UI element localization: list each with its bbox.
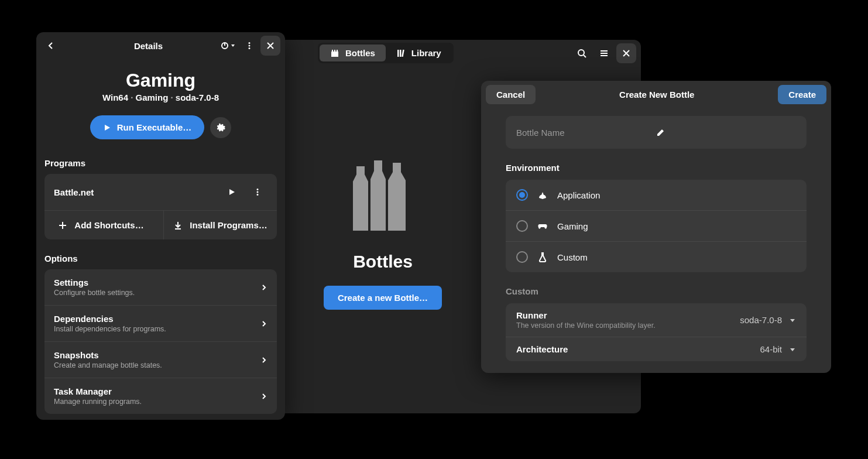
svg-point-12	[249, 42, 251, 44]
cancel-button[interactable]: Cancel	[486, 85, 536, 104]
bottle-details-window: Details Gaming Win64 · Gaming · soda-7.0…	[36, 32, 285, 420]
tab-bottles[interactable]: Bottles	[320, 44, 386, 61]
plus-icon	[58, 221, 67, 230]
view-switcher: Bottles Library	[318, 43, 454, 63]
run-executable-button[interactable]: Run Executable…	[90, 115, 205, 139]
create-button[interactable]: Create	[778, 85, 826, 104]
create-headerbar: Cancel Create New Bottle Create	[481, 81, 831, 108]
bottle-hero: Gaming Win64 · Gaming · soda-7.0-8 Run E…	[36, 59, 285, 144]
svg-point-19	[257, 189, 259, 190]
library-icon	[396, 49, 406, 58]
details-headerbar: Details	[36, 32, 285, 59]
option-settings[interactable]: Settings Configure bottle settings.	[44, 269, 277, 305]
option-title: Dependencies	[54, 314, 255, 324]
install-programs-label: Install Programs…	[190, 220, 267, 230]
svg-rect-5	[601, 50, 608, 52]
gamepad-icon	[537, 221, 548, 231]
svg-point-14	[249, 47, 251, 49]
env-custom[interactable]: Custom	[506, 241, 807, 272]
create-new-bottle-button[interactable]: Create a new Bottle…	[324, 286, 442, 310]
kebab-menu-button[interactable]	[239, 36, 259, 56]
architecture-value: 64-bit	[760, 344, 782, 354]
play-icon	[103, 124, 111, 132]
options-heading: Options	[36, 239, 285, 269]
edit-icon	[656, 128, 796, 137]
bottle-name: Gaming	[36, 70, 285, 91]
bottles-hero-icon	[351, 155, 415, 231]
chevron-down-icon	[789, 317, 796, 324]
runner-row[interactable]: Runner The version of the Wine compatibi…	[506, 303, 807, 337]
add-shortcuts-button[interactable]: Add Shortcuts…	[44, 211, 157, 239]
option-desc: Manage running programs.	[54, 398, 255, 406]
custom-heading: Custom	[506, 286, 807, 296]
svg-point-3	[578, 50, 584, 56]
option-desc: Create and manage bottle states.	[54, 361, 255, 369]
gear-icon	[216, 123, 225, 132]
chevron-right-icon	[260, 284, 267, 291]
svg-marker-26	[790, 319, 795, 322]
create-dialog-title: Create New Bottle	[536, 90, 778, 100]
close-button[interactable]	[616, 43, 636, 63]
close-button[interactable]	[260, 36, 280, 56]
environment-list: Application Gaming Custom	[506, 180, 807, 272]
options-card: Settings Configure bottle settings. Depe…	[44, 269, 277, 414]
svg-marker-17	[105, 125, 110, 131]
tab-library[interactable]: Library	[386, 44, 452, 61]
program-row: Battle.net	[44, 174, 277, 210]
runner-desc: The version of the Wine compatibility la…	[516, 321, 733, 330]
bottles-icon	[330, 49, 339, 58]
chevron-right-icon	[260, 320, 267, 327]
bottle-subtitle: Win64 · Gaming · soda-7.0-8	[36, 93, 285, 102]
svg-point-13	[249, 45, 251, 47]
env-application[interactable]: Application	[506, 180, 807, 210]
env-gaming[interactable]: Gaming	[506, 210, 807, 241]
runner-title: Runner	[516, 310, 733, 320]
option-title: Task Manager	[54, 386, 255, 396]
option-dependencies[interactable]: Dependencies Install dependencies for pr…	[44, 305, 277, 341]
create-bottle-dialog: Cancel Create New Bottle Create Bottle N…	[481, 81, 831, 373]
environment-heading: Environment	[506, 163, 807, 173]
run-executable-label: Run Executable…	[117, 122, 192, 132]
bottle-runner: soda-7.0-8	[176, 93, 219, 102]
chevron-right-icon	[260, 357, 267, 364]
application-icon	[537, 190, 548, 200]
env-label: Gaming	[557, 221, 588, 231]
program-run-button[interactable]	[222, 182, 242, 202]
bottle-arch: Win64	[102, 93, 128, 102]
svg-marker-18	[229, 189, 235, 195]
bottle-preferences-button[interactable]	[210, 117, 231, 138]
download-icon	[173, 221, 183, 230]
add-shortcuts-label: Add Shortcuts…	[74, 220, 143, 230]
flask-icon	[537, 252, 548, 262]
search-button[interactable]	[572, 43, 592, 63]
tab-library-label: Library	[411, 48, 441, 58]
hamburger-menu-button[interactable]	[594, 43, 614, 63]
svg-point-21	[257, 194, 259, 196]
architecture-row[interactable]: Architecture 64-bit	[506, 337, 807, 361]
program-name: Battle.net	[54, 187, 216, 197]
bottle-name-input[interactable]: Bottle Name	[506, 116, 807, 149]
env-label: Custom	[557, 252, 588, 262]
option-desc: Install dependencies for programs.	[54, 325, 255, 333]
program-menu-button[interactable]	[248, 182, 267, 202]
radio-on-icon	[516, 189, 528, 201]
programs-heading: Programs	[36, 144, 285, 174]
svg-point-20	[257, 191, 259, 193]
custom-settings-list: Runner The version of the Wine compatibi…	[506, 303, 807, 361]
option-title: Settings	[54, 278, 255, 287]
back-button[interactable]	[41, 36, 61, 56]
power-menu-button[interactable]	[218, 36, 238, 56]
chevron-right-icon	[260, 393, 267, 400]
empty-state-title: Bottles	[353, 252, 413, 272]
option-snapshots[interactable]: Snapshots Create and manage bottle state…	[44, 341, 277, 378]
bottle-name-placeholder: Bottle Name	[516, 128, 656, 138]
radio-off-icon	[516, 220, 528, 232]
svg-rect-2	[402, 49, 404, 56]
runner-value: soda-7.0-8	[740, 315, 782, 325]
radio-off-icon	[516, 251, 528, 263]
option-task-manager[interactable]: Task Manager Manage running programs.	[44, 378, 277, 414]
install-programs-button[interactable]: Install Programs…	[163, 211, 277, 239]
svg-marker-27	[790, 348, 795, 351]
tab-bottles-label: Bottles	[345, 48, 375, 58]
option-desc: Configure bottle settings.	[54, 289, 255, 297]
